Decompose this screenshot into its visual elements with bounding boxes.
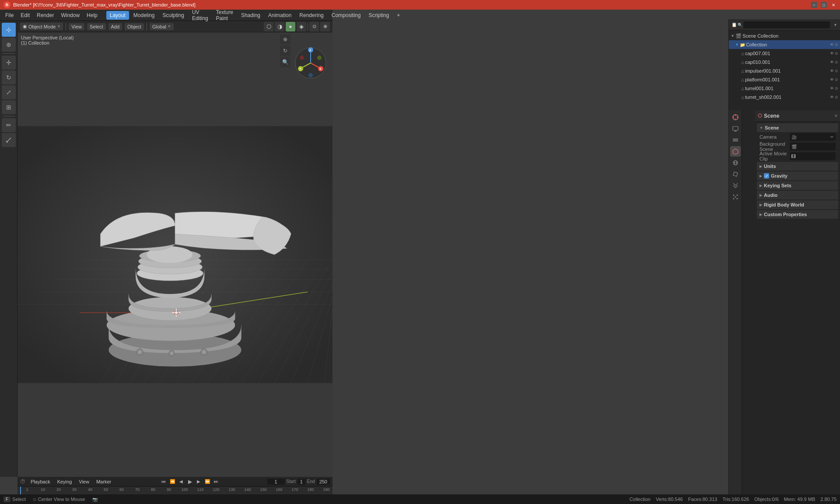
cap007-item[interactable]: △ cap007.001 👁 ⊙: [729, 49, 840, 58]
rotate-tool-btn[interactable]: ↻: [2, 70, 16, 84]
prev-frame-btn[interactable]: ◀: [177, 478, 185, 486]
viewport-shading-4[interactable]: ◈: [297, 22, 306, 32]
scene-properties-tab[interactable]: [730, 146, 741, 157]
prev-keyframe-btn[interactable]: ⏪: [168, 478, 176, 486]
start-frame-input[interactable]: 1: [298, 479, 305, 485]
mode-selector[interactable]: ◉ Object Mode ▼: [20, 23, 63, 30]
cap010-restrict-icon[interactable]: ⊙: [835, 60, 838, 64]
playback-menu[interactable]: Playback: [29, 478, 52, 485]
tab-compositing[interactable]: Compositing: [328, 11, 364, 20]
turrel-vis-icon[interactable]: 👁: [830, 86, 834, 91]
props-options-icon[interactable]: ≡: [835, 113, 837, 118]
object-properties-tab[interactable]: [730, 169, 741, 179]
gizmos-btn[interactable]: ⊕: [320, 22, 330, 32]
outliner-search-input[interactable]: [743, 21, 830, 28]
view-menu-timeline[interactable]: View: [77, 478, 91, 485]
output-properties-tab[interactable]: [730, 123, 741, 134]
scene-collection-item[interactable]: ▼ 🎬 Scene Collection: [729, 32, 840, 40]
platform-vis-icon[interactable]: 👁: [830, 77, 834, 82]
turret-sh-vis-icon[interactable]: 👁: [830, 95, 834, 99]
select-menu[interactable]: Select: [87, 23, 106, 30]
collection-vis-icon[interactable]: 👁: [830, 42, 834, 47]
add-menu[interactable]: Add: [108, 23, 122, 30]
turrel-restrict-icon[interactable]: ⊙: [835, 86, 838, 91]
turret-sh-item[interactable]: △ turret_sh002.001 👁 ⊙: [729, 93, 840, 102]
outliner-type-icon[interactable]: 📋: [732, 22, 737, 27]
impulser-restrict-icon[interactable]: ⊙: [835, 69, 838, 73]
move-tool-btn[interactable]: ✛: [2, 56, 16, 70]
particles-properties-tab[interactable]: [730, 192, 741, 202]
viewport-shading-2[interactable]: ◑: [275, 22, 284, 32]
playhead[interactable]: [20, 486, 21, 494]
viewport-overlays-btn[interactable]: ⊙: [309, 22, 319, 32]
menu-window[interactable]: Window: [57, 11, 83, 20]
platform-restrict-icon[interactable]: ⊙: [835, 77, 838, 82]
tab-sculpting[interactable]: Sculpting: [159, 11, 188, 20]
viewport-shading-3[interactable]: ●: [286, 22, 295, 32]
menu-file[interactable]: File: [2, 11, 17, 20]
close-button[interactable]: ✕: [830, 2, 836, 8]
annotate-tool-btn[interactable]: ✏: [2, 118, 16, 132]
jump-end-btn[interactable]: ⏭: [212, 478, 220, 486]
tab-scripting[interactable]: Scripting: [365, 11, 392, 20]
rotate-gizmo-btn[interactable]: ↻: [280, 46, 290, 56]
transform-orientation[interactable]: Global ▼: [150, 23, 174, 30]
viewport-shading-1[interactable]: ⬡: [264, 22, 273, 32]
view-layer-tab[interactable]: [730, 135, 741, 145]
impulser-vis-icon[interactable]: 👁: [830, 69, 834, 73]
maximize-button[interactable]: □: [821, 2, 827, 8]
cursor-tool-btn[interactable]: ⊕: [2, 38, 16, 52]
units-section-header[interactable]: ▶ Units: [757, 162, 838, 171]
tab-modeling[interactable]: Modeling: [130, 11, 158, 20]
next-keyframe-btn[interactable]: ⏩: [203, 478, 211, 486]
render-properties-tab[interactable]: [730, 112, 741, 122]
outliner-search-icon[interactable]: 🔍: [738, 23, 742, 27]
audio-section-header[interactable]: ▶ Audio: [757, 191, 838, 200]
current-frame-input[interactable]: 1: [267, 479, 285, 485]
transform-tool-btn[interactable]: ⊞: [2, 100, 16, 114]
next-frame-btn[interactable]: ▶: [195, 478, 203, 486]
cap010-vis-icon[interactable]: 👁: [830, 60, 834, 64]
camera-value[interactable]: 🎥 ✏: [790, 133, 836, 141]
collection-sel-icon[interactable]: ⊙: [835, 42, 838, 47]
add-workspace-button[interactable]: +: [393, 11, 403, 20]
collection-item[interactable]: ▼ 📁 Collection 👁 ⊙: [729, 40, 840, 49]
tab-shading[interactable]: Shading: [238, 11, 264, 20]
play-btn[interactable]: ▶: [186, 478, 194, 486]
keying-sets-section-header[interactable]: ▶ Keying Sets: [757, 181, 838, 190]
gravity-checkbox[interactable]: ✓: [764, 173, 769, 178]
menu-help[interactable]: Help: [83, 11, 101, 20]
timeline-type-icon[interactable]: ⏱: [20, 479, 25, 485]
tab-layout[interactable]: Layout: [106, 11, 129, 20]
navigation-gizmo[interactable]: Z X Y: [293, 46, 328, 80]
movie-clip-value[interactable]: 🎞: [790, 152, 836, 160]
menu-render[interactable]: Render: [33, 11, 57, 20]
select-tool-btn[interactable]: ⊹: [2, 23, 16, 37]
impulser-item[interactable]: △ impulser001.001 👁 ⊙: [729, 66, 840, 75]
tab-animation[interactable]: Animation: [265, 11, 295, 20]
scale-tool-btn[interactable]: ⤢: [2, 85, 16, 99]
minimize-button[interactable]: −: [811, 2, 817, 8]
cap007-restrict-icon[interactable]: ⊙: [835, 51, 838, 56]
cap010-item[interactable]: △ cap010.001 👁 ⊙: [729, 58, 840, 66]
rigid-body-world-section-header[interactable]: ▶ Rigid Body World: [757, 200, 838, 209]
marker-menu[interactable]: Marker: [94, 478, 113, 485]
camera-pick-icon[interactable]: ✏: [830, 135, 834, 139]
object-menu[interactable]: Object: [125, 23, 144, 30]
tab-rendering[interactable]: Rendering: [296, 11, 327, 20]
move-gizmo-btn[interactable]: ⊕: [280, 34, 290, 45]
view-menu[interactable]: View: [69, 23, 84, 30]
menu-edit[interactable]: Edit: [17, 11, 33, 20]
world-properties-tab[interactable]: [730, 158, 741, 168]
measure-tool-btn[interactable]: [2, 133, 16, 147]
end-frame-input[interactable]: 250: [317, 479, 330, 485]
zoom-gizmo-btn[interactable]: 🔍: [280, 57, 290, 67]
cap007-vis-icon[interactable]: 👁: [830, 51, 834, 56]
turret-sh-restrict-icon[interactable]: ⊙: [835, 95, 838, 99]
custom-properties-section-header[interactable]: ▶ Custom Properties: [757, 210, 838, 219]
keying-menu[interactable]: Keying: [56, 478, 74, 485]
tab-texture-paint[interactable]: Texture Paint: [213, 8, 237, 23]
jump-start-btn[interactable]: ⏮: [160, 478, 168, 486]
gravity-section-header[interactable]: ▶ ✓ Gravity: [757, 172, 838, 180]
turrel-item[interactable]: △ turrel001.001 👁 ⊙: [729, 84, 840, 93]
